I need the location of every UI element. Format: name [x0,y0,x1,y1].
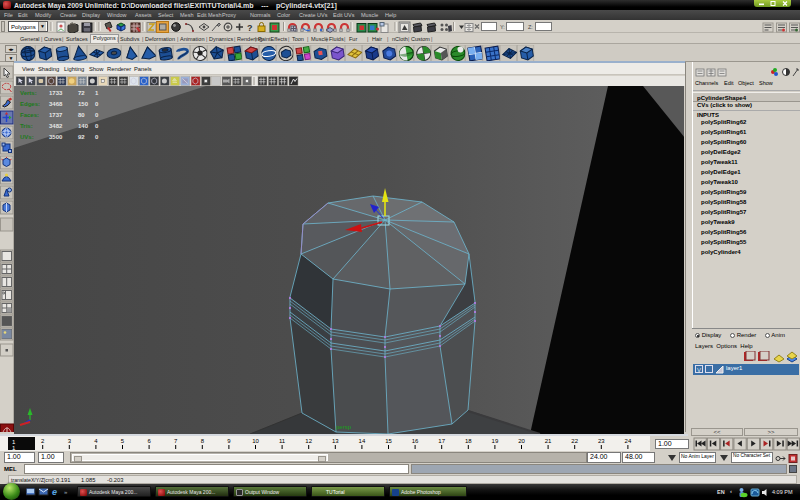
svg-text:4: 4 [94,438,98,444]
svg-text:2: 2 [41,438,45,444]
svg-text:3500: 3500 [49,134,63,140]
svg-text:UVs:: UVs: [20,134,34,140]
svg-text:5: 5 [121,438,125,444]
svg-text:Edges:: Edges: [20,101,40,107]
svg-text:13: 13 [332,438,339,444]
svg-text:140: 140 [78,123,89,129]
svg-text:10: 10 [252,438,259,444]
svg-text:16: 16 [412,438,419,444]
svg-text:Faces:: Faces: [20,112,39,118]
svg-text:15: 15 [385,438,392,444]
svg-text:20: 20 [518,438,525,444]
svg-text:?: ? [247,23,253,33]
svg-text:23: 23 [598,438,605,444]
svg-text:92: 92 [78,134,85,140]
svg-text:9: 9 [227,438,231,444]
svg-text:18: 18 [465,438,472,444]
svg-text:22: 22 [571,438,578,444]
svg-text:e: e [52,487,57,497]
svg-text:3468: 3468 [49,101,63,107]
svg-text:8: 8 [201,438,205,444]
svg-text:24: 24 [625,438,632,444]
svg-text:Tris:: Tris: [20,123,33,129]
svg-text:7: 7 [174,438,178,444]
svg-text:150: 150 [78,101,89,107]
svg-text:»: » [64,489,68,495]
svg-text:17: 17 [438,438,445,444]
svg-text:14: 14 [359,438,366,444]
svg-text:6: 6 [147,438,151,444]
svg-text:12: 12 [305,438,312,444]
svg-text:19: 19 [492,438,499,444]
svg-text:21: 21 [545,438,552,444]
svg-text:72: 72 [78,90,85,96]
svg-text:11: 11 [279,438,286,444]
svg-text:1737: 1737 [49,112,63,118]
svg-text:80: 80 [78,112,85,118]
svg-text:Verts:: Verts: [20,90,37,96]
svg-text:3482: 3482 [49,123,63,129]
svg-text:3: 3 [68,438,72,444]
svg-text:persp: persp [336,424,352,430]
svg-text:1733: 1733 [49,90,63,96]
